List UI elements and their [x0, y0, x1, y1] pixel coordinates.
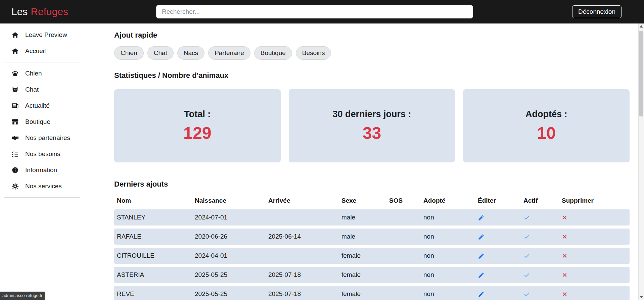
sidebar-item-label: Nos besoins — [25, 150, 60, 158]
recent-animals-table: Nom Naissance Arrivée Sexe SOS Adopté Éd… — [114, 192, 630, 300]
vertical-scrollbar[interactable] — [638, 23, 644, 300]
sidebar-item-label: Nos services — [25, 183, 62, 190]
pencil-icon[interactable] — [478, 234, 485, 240]
brand-logo[interactable]: LesRefuges — [11, 6, 68, 17]
logout-button[interactable]: Déconnexion — [572, 5, 622, 18]
cell-arrivee — [266, 209, 339, 226]
stat-label: Adoptés : — [525, 109, 567, 119]
col-sexe: Sexe — [339, 195, 386, 206]
col-naissance: Naissance — [192, 195, 266, 206]
sidebar-divider — [4, 62, 80, 62]
sidebar-item-label: Information — [25, 166, 57, 174]
sidebar-item-label: Chat — [25, 86, 39, 93]
dog-paw-icon — [11, 70, 19, 77]
cell-adopte: non — [421, 209, 475, 226]
stat-label: Total : — [184, 109, 211, 119]
quick-add-chien-button[interactable]: Chien — [114, 46, 144, 60]
cell-nom: STANLEY — [114, 209, 192, 226]
cell-naissance: 2025-05-25 — [192, 286, 266, 300]
checklist-icon — [11, 150, 19, 158]
stat-card-total: Total : 129 — [114, 89, 281, 162]
check-icon[interactable] — [523, 214, 530, 221]
sidebar-item-label: Actualité — [25, 102, 50, 109]
pencil-icon[interactable] — [478, 272, 485, 279]
stat-label: 30 derniers jours : — [332, 109, 411, 119]
cell-sos — [386, 267, 421, 283]
main-content: Ajout rapide Chien Chat Nacs Partenaire … — [84, 23, 638, 300]
cell-sexe: male — [339, 209, 386, 226]
check-icon[interactable] — [523, 291, 530, 298]
cell-arrivee: 2025-07-18 — [266, 267, 339, 283]
check-icon[interactable] — [523, 272, 530, 279]
quick-add-boutique-button[interactable]: Boutique — [254, 46, 292, 60]
pencil-icon[interactable] — [478, 253, 485, 259]
cell-sos — [386, 209, 421, 226]
quick-add-chat-button[interactable]: Chat — [147, 46, 174, 60]
sidebar-item-leave-preview[interactable]: Leave Preview — [0, 27, 84, 43]
sidebar-item-chien[interactable]: Chien — [0, 65, 84, 82]
home-icon — [11, 47, 19, 55]
col-nom: Nom — [114, 195, 192, 206]
pencil-icon[interactable] — [478, 291, 485, 298]
x-icon[interactable] — [562, 253, 567, 259]
stat-card-adoptes: Adoptés : 10 — [463, 89, 630, 162]
quick-add-besoins-button[interactable]: Besoins — [296, 46, 331, 60]
cell-sexe: female — [339, 267, 386, 283]
col-supprimer: Supprimer — [559, 195, 630, 206]
sidebar-item-partenaires[interactable]: Nos partenaires — [0, 130, 84, 146]
cell-nom: ASTERIA — [114, 267, 192, 283]
sidebar-item-accueil[interactable]: Accueil — [0, 43, 84, 59]
scrollbar-thumb[interactable] — [639, 31, 643, 116]
quick-add-partenaire-button[interactable]: Partenaire — [208, 46, 250, 60]
scroll-up-arrow-icon[interactable] — [639, 23, 644, 29]
sidebar-item-actualite[interactable]: Actualité — [0, 98, 84, 114]
sidebar-item-chat[interactable]: Chat — [0, 82, 84, 98]
sidebar-item-label: Boutique — [25, 118, 50, 126]
sidebar-item-boutique[interactable]: Boutique — [0, 114, 84, 130]
sidebar-item-label: Leave Preview — [25, 31, 67, 39]
cell-nom: RAFALE — [114, 229, 192, 245]
cell-sexe: female — [339, 248, 386, 264]
stats-cards: Total : 129 30 derniers jours : 33 Adopt… — [114, 89, 630, 162]
quick-add-nacs-button[interactable]: Nacs — [177, 46, 204, 60]
cell-sos — [386, 248, 421, 264]
sidebar-item-besoins[interactable]: Nos besoins — [0, 146, 84, 162]
cell-adopte: non — [421, 248, 475, 264]
brand-accent: Refuges — [31, 6, 68, 17]
stats-title: Statistiques / Nombre d'animaux — [114, 71, 630, 80]
shop-icon — [11, 118, 19, 126]
stat-value: 129 — [183, 123, 211, 143]
brand-prefix: Les — [11, 6, 28, 17]
table-row: STANLEY 2024-07-01 male non — [114, 209, 630, 226]
sidebar-item-information[interactable]: Information — [0, 162, 84, 178]
cell-sos — [386, 286, 421, 300]
topbar: LesRefuges Déconnexion — [0, 0, 644, 23]
cat-icon — [11, 86, 19, 93]
scroll-down-arrow-icon[interactable] — [639, 294, 644, 300]
check-icon[interactable] — [523, 234, 530, 240]
col-arrivee: Arrivée — [266, 195, 339, 206]
cell-naissance: 2024-07-01 — [192, 209, 266, 226]
sidebar-item-services[interactable]: Nos services — [0, 178, 84, 194]
gear-icon — [11, 183, 19, 190]
x-icon[interactable] — [562, 291, 567, 297]
pencil-icon[interactable] — [478, 214, 485, 221]
x-icon[interactable] — [562, 272, 567, 278]
table-row: ASTERIA 2025-05-25 2025-07-18 female non — [114, 267, 630, 283]
table-row: REVE 2025-05-25 2025-07-18 female non — [114, 286, 630, 300]
cell-adopte: non — [421, 229, 475, 245]
cell-nom: CITROUILLE — [114, 248, 192, 264]
sidebar-item-label: Accueil — [25, 47, 46, 55]
search-input[interactable] — [156, 5, 473, 18]
home-icon — [11, 31, 19, 39]
cell-arrivee: 2025-07-18 — [266, 286, 339, 300]
quick-add-title: Ajout rapide — [114, 31, 630, 40]
stat-card-30-jours: 30 derniers jours : 33 — [289, 89, 455, 162]
table-row: CITROUILLE 2024-04-01 female non — [114, 248, 630, 264]
stat-value: 10 — [537, 123, 556, 143]
check-icon[interactable] — [523, 253, 530, 259]
x-icon[interactable] — [562, 234, 567, 240]
cell-naissance: 2025-05-25 — [192, 267, 266, 283]
cell-arrivee: 2025-06-14 — [266, 229, 339, 245]
x-icon[interactable] — [562, 215, 567, 220]
